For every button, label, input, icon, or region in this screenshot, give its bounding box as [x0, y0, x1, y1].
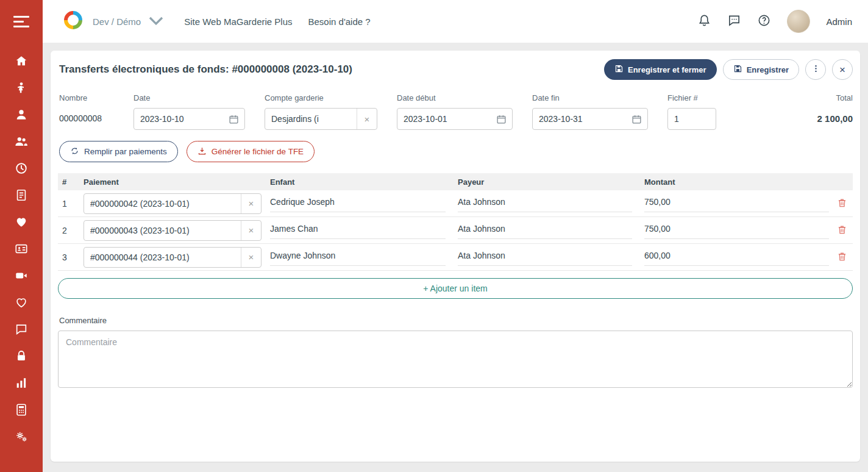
- payeur-field[interactable]: Ata Johnson: [458, 222, 632, 239]
- sidebar-item-clients[interactable]: [0, 109, 43, 123]
- delete-row-button[interactable]: [831, 224, 853, 237]
- notifications-button[interactable]: [697, 13, 711, 30]
- paiement-input[interactable]: [84, 226, 241, 235]
- clear-icon[interactable]: ×: [241, 248, 261, 267]
- row-number: 2: [58, 226, 84, 235]
- bar-chart-icon: [15, 376, 28, 392]
- fichier-label: Fichier #: [667, 93, 716, 102]
- sidebar-item-settings[interactable]: [0, 431, 43, 445]
- date-debut-input[interactable]: [397, 114, 494, 124]
- calendar-icon[interactable]: [226, 114, 244, 124]
- sidebar-item-messages[interactable]: [0, 324, 43, 337]
- sidebar-item-schedule[interactable]: [0, 163, 43, 176]
- brand: Dev / Démo: [61, 8, 168, 35]
- payeur-field[interactable]: Ata Johnson: [458, 249, 632, 266]
- video-icon: [15, 269, 28, 285]
- panel-header: Transferts électroniques de fonds: #0000…: [58, 59, 853, 80]
- add-item-button[interactable]: + Ajouter un item: [58, 278, 853, 299]
- date-fin-input[interactable]: [533, 114, 629, 124]
- table-header-row: # Paiement Enfant Payeur Montant: [58, 173, 853, 190]
- comment-textarea[interactable]: [58, 331, 853, 388]
- paiement-input[interactable]: [84, 252, 241, 262]
- sidebar-item-home[interactable]: [0, 55, 43, 69]
- col-header-num: #: [58, 177, 84, 187]
- sidebar-item-statistics[interactable]: [0, 377, 43, 391]
- col-header-payeur: Payeur: [458, 177, 644, 187]
- user-name: Admin: [826, 16, 852, 27]
- paiement-select[interactable]: ×: [84, 220, 261, 241]
- paiement-select[interactable]: ×: [84, 193, 261, 214]
- people-icon: [15, 135, 28, 151]
- compte-garderie-label: Compte garderie: [265, 93, 377, 102]
- sidebar-item-invoices[interactable]: [0, 190, 43, 203]
- paiement-input[interactable]: [84, 199, 241, 209]
- enfant-field[interactable]: Cedrique Joseph: [270, 195, 446, 212]
- page-title: Transferts électroniques de fonds: #0000…: [59, 63, 352, 76]
- payeur-field[interactable]: Ata Johnson: [458, 195, 632, 212]
- field-compte-garderie: Compte garderie Desjardins (i ×: [265, 93, 377, 130]
- clear-icon[interactable]: ×: [241, 221, 261, 240]
- main-area: Dev / Démo Site Web MaGarderie Plus Beso…: [43, 0, 868, 472]
- date-debut-input-group: [397, 108, 513, 130]
- nav-link-help[interactable]: Besoin d'aide ?: [308, 16, 371, 27]
- more-options-button[interactable]: [805, 59, 826, 80]
- top-bar: Dev / Démo Site Web MaGarderie Plus Beso…: [43, 0, 868, 43]
- help-button[interactable]: [757, 13, 771, 30]
- sidebar-item-health[interactable]: [0, 216, 43, 230]
- generer-fichier-tfe-button[interactable]: Générer le fichier de TFE: [187, 141, 315, 162]
- date-debut-label: Date début: [397, 93, 513, 102]
- table-row: 3 × Dwayne Johnson Ata Johnson 600,00: [58, 244, 853, 271]
- messages-icon: [727, 13, 741, 30]
- save-button[interactable]: Enregistrer: [723, 59, 799, 80]
- person-icon: [15, 108, 28, 124]
- paiement-select[interactable]: ×: [84, 247, 261, 268]
- close-panel-button[interactable]: ×: [832, 59, 853, 80]
- sidebar-item-video[interactable]: [0, 270, 43, 284]
- environment-selector[interactable]: Dev / Démo: [93, 9, 168, 35]
- save-icon: [733, 64, 742, 75]
- compte-garderie-select[interactable]: Desjardins (i ×: [265, 108, 377, 130]
- chat-icon: [15, 323, 28, 338]
- clear-icon[interactable]: ×: [357, 109, 377, 129]
- fichier-input[interactable]: [668, 114, 716, 124]
- menu-toggle-button[interactable]: [0, 0, 43, 43]
- clear-icon[interactable]: ×: [241, 194, 261, 213]
- remplir-par-paiements-button[interactable]: Remplir par paiements: [59, 141, 178, 162]
- delete-row-button[interactable]: [831, 251, 853, 263]
- id-card-icon: [15, 242, 28, 258]
- date-input[interactable]: [134, 114, 226, 124]
- col-header-paiement: Paiement: [84, 177, 270, 187]
- total-label: Total: [736, 93, 853, 102]
- sidebar-item-accounting[interactable]: [0, 404, 43, 418]
- menu-icon: [13, 14, 29, 29]
- top-right-actions: Admin: [697, 10, 852, 33]
- calendar-icon[interactable]: [629, 114, 647, 124]
- comment-label: Commentaire: [58, 316, 853, 325]
- close-icon: ×: [839, 65, 845, 75]
- enfant-field[interactable]: Dwayne Johnson: [270, 249, 446, 266]
- sidebar-item-security[interactable]: [0, 351, 43, 364]
- download-icon: [197, 146, 207, 157]
- field-date-debut: Date début: [397, 93, 513, 130]
- delete-row-button[interactable]: [831, 198, 853, 210]
- enfant-field[interactable]: James Chan: [270, 222, 446, 239]
- sidebar-item-groups[interactable]: [0, 136, 43, 149]
- trash-icon: [837, 251, 847, 263]
- ellipsis-vertical-icon: [811, 64, 820, 75]
- sidebar-item-favorites[interactable]: [0, 297, 43, 310]
- avatar[interactable]: [787, 10, 810, 33]
- total-value: 2 100,00: [736, 108, 853, 129]
- save-and-close-button[interactable]: Enregistrer et fermer: [604, 59, 717, 80]
- montant-field[interactable]: 750,00: [644, 222, 829, 239]
- save-icon: [614, 64, 624, 75]
- montant-field[interactable]: 750,00: [644, 195, 829, 212]
- home-icon: [15, 54, 28, 70]
- sidebar-item-cards[interactable]: [0, 243, 43, 257]
- generer-label: Générer le fichier de TFE: [212, 147, 304, 156]
- nav-link-site-web[interactable]: Site Web MaGarderie Plus: [184, 16, 292, 27]
- messages-button[interactable]: [727, 13, 741, 30]
- montant-field[interactable]: 600,00: [644, 249, 829, 266]
- sidebar-item-children[interactable]: [0, 82, 43, 96]
- field-date-fin: Date fin: [532, 93, 648, 130]
- calendar-icon[interactable]: [494, 114, 512, 124]
